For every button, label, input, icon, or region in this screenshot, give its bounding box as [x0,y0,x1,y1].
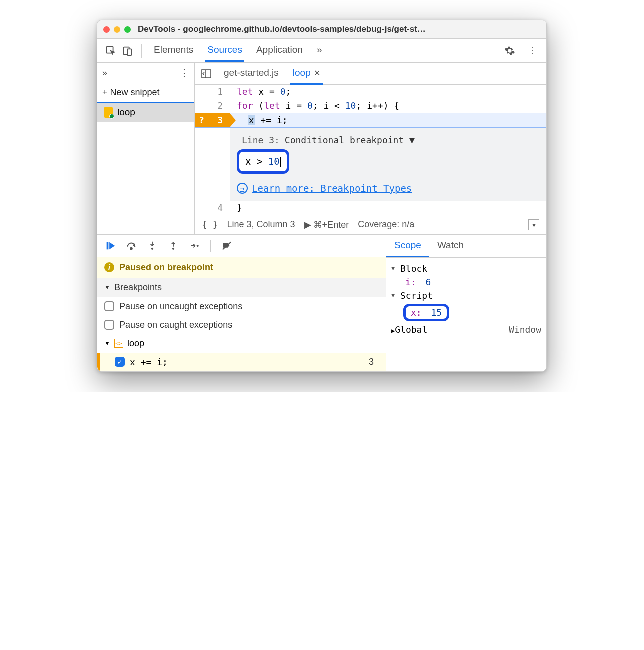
code-line-4: } [230,201,546,215]
svg-rect-2 [128,49,132,56]
step-out-button[interactable] [166,239,180,253]
tab-watch[interactable]: Watch [430,235,472,258]
pretty-print-button[interactable]: { } [202,220,218,230]
debug-controls [98,235,386,258]
tab-elements[interactable]: Elements [152,40,196,62]
device-toggle-icon[interactable] [120,42,136,60]
breakpoints-section-header[interactable]: ▼Breakpoints [98,278,386,298]
scope-global[interactable]: ▶Global Window [392,323,542,336]
bp-type-dropdown[interactable]: Conditional breakpoint ▼ [285,135,415,146]
run-snippet-button[interactable]: ▶ ⌘+Enter [304,220,350,230]
gutter-3-breakpoint[interactable]: ?3 [195,114,230,128]
svg-rect-4 [107,242,109,250]
step-button[interactable] [188,239,202,253]
svg-point-8 [197,244,199,246]
file-tab-loop[interactable]: loop✕ [290,62,324,85]
bp-condition-input[interactable]: x > 10 [237,150,290,174]
bp-line-label: Line 3: [242,135,280,146]
learn-more-link[interactable]: → Learn more: Breakpoint Types [237,183,540,194]
scope-panel: Scope Watch ▼Block i: 6 ▼Script x: 15 ▶G… [386,235,546,372]
tab-application[interactable]: Application [254,40,305,62]
arrow-right-circle-icon: → [237,183,248,194]
breakpoint-editor: Line 3: Conditional breakpoint ▼ x > 10 … [230,128,546,201]
close-tab-icon[interactable]: ✕ [314,68,320,78]
settings-icon[interactable] [502,42,518,60]
maximize-window-button[interactable] [124,26,131,33]
scope-body: ▼Block i: 6 ▼Script x: 15 ▶Global Window [386,258,546,340]
debug-left: i Paused on breakpoint ▼Breakpoints Paus… [98,235,386,372]
new-snippet-button[interactable]: + New snippet [98,84,194,103]
tab-more[interactable]: » [315,40,324,62]
svg-point-7 [172,248,174,250]
gutter-4[interactable]: 4 [195,201,230,215]
file-tab-get-started[interactable]: get-started.js [221,62,282,85]
svg-point-5 [130,248,132,250]
svg-point-6 [152,248,154,250]
checkbox-unchecked-icon[interactable] [104,302,114,312]
scope-block[interactable]: ▼Block [392,262,542,276]
snippets-sidebar: » ⋮ + New snippet loop [98,63,195,234]
file-tabs: get-started.js loop✕ [195,63,546,85]
sources-panel: » ⋮ + New snippet loop get-started.js lo… [98,63,546,235]
scope-tabs: Scope Watch [386,235,546,258]
navigator-toggle-icon[interactable] [200,68,213,80]
tab-scope[interactable]: Scope [386,235,430,258]
inspect-icon[interactable] [102,42,120,60]
step-over-button[interactable] [124,239,138,253]
resume-button[interactable] [104,239,118,253]
snippet-name: loop [118,107,136,118]
kebab-menu-icon[interactable]: ⋮ [524,42,542,60]
show-panel-icon[interactable]: ▾ [528,220,540,230]
deactivate-breakpoints-button[interactable] [220,239,234,253]
code-editor[interactable]: 1 let x = 0; 2 for (let i = 0; i < 10; i… [195,85,546,215]
sidebar-expand-icon[interactable]: » [102,68,108,78]
paused-banner: i Paused on breakpoint [98,258,386,278]
snippet-badge-icon: <> [114,339,124,348]
scope-var-i: i: 6 [392,276,542,289]
checkbox-checked-icon[interactable]: ✓ [115,357,125,367]
editor-area: get-started.js loop✕ 1 let x = 0; 2 for … [195,63,546,234]
coverage-status: Coverage: n/a [358,220,414,230]
scope-var-x: x: 15 [392,302,542,323]
code-line-2: for (let i = 0; i < 10; i++) { [230,99,546,113]
debugger-pane: i Paused on breakpoint ▼Breakpoints Paus… [98,235,546,372]
minimize-window-button[interactable] [114,26,120,33]
gutter-1[interactable]: 1 [195,85,230,99]
code-line-3: x += i; [230,114,546,128]
pause-uncaught-toggle[interactable]: Pause on uncaught exceptions [98,298,386,316]
snippet-item-loop[interactable]: loop [98,103,194,122]
bp-entry[interactable]: ✓ x += i; 3 [98,353,386,372]
editor-status-bar: { } Line 3, Column 3 ▶ ⌘+Enter Coverage:… [195,215,546,234]
main-toolbar: Elements Sources Application » ⋮ [98,39,546,63]
sidebar-more-icon[interactable]: ⋮ [180,67,190,79]
pause-caught-toggle[interactable]: Pause on caught exceptions [98,316,386,334]
devtools-window: DevTools - googlechrome.github.io/devtoo… [97,20,547,372]
titlebar: DevTools - googlechrome.github.io/devtoo… [98,20,546,39]
scope-script[interactable]: ▼Script [392,289,542,302]
checkbox-unchecked-icon[interactable] [104,320,114,330]
snippet-file-icon [104,107,114,118]
traffic-lights [104,26,131,33]
close-window-button[interactable] [104,26,110,33]
info-icon: i [104,262,114,272]
cursor-location: Line 3, Column 3 [228,220,296,230]
panel-tabs: Elements Sources Application » [147,40,502,62]
code-line-1: let x = 0; [230,85,546,99]
gutter-2[interactable]: 2 [195,99,230,113]
window-title: DevTools - googlechrome.github.io/devtoo… [138,24,426,34]
bp-file-header[interactable]: ▼ <> loop [98,334,386,353]
sidebar-header: » ⋮ [98,63,194,84]
tab-sources[interactable]: Sources [206,40,244,62]
step-into-button[interactable] [146,239,160,253]
